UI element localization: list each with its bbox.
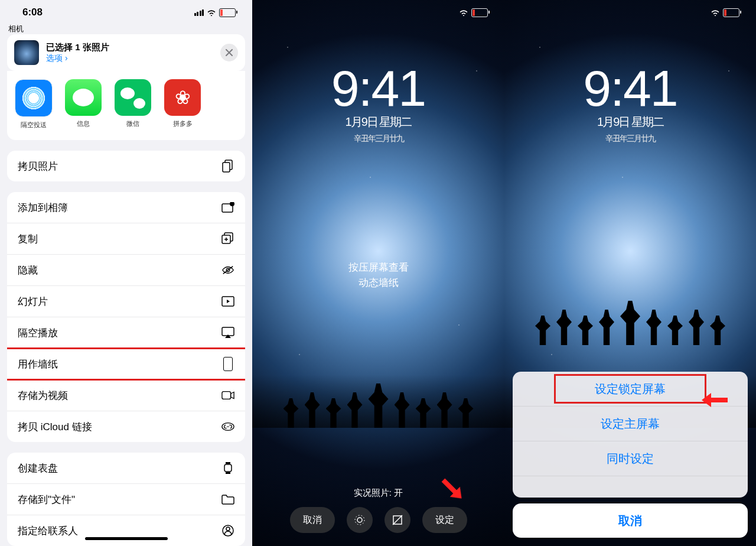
wechat-icon xyxy=(115,79,151,116)
app-wechat[interactable]: 微信 xyxy=(115,79,151,129)
battery-icon xyxy=(219,8,236,17)
action-airplay[interactable]: 隔空播放 xyxy=(7,317,245,349)
svg-rect-8 xyxy=(222,327,234,336)
action-slideshow[interactable]: 幻灯片 xyxy=(7,286,245,317)
hide-icon xyxy=(221,264,234,277)
battery-icon xyxy=(723,8,739,17)
options-link[interactable]: 选项 › xyxy=(46,53,109,64)
app-pdd[interactable]: 拼多多 xyxy=(164,79,201,129)
live-photo-label: 实况照片: 开 xyxy=(354,488,403,499)
actions-group-3: 创建表盘 存储到"文件" 指定给联系人 xyxy=(7,453,245,546)
header-title: 已选择 1 张照片 xyxy=(46,42,109,53)
phone-icon xyxy=(221,358,234,370)
lock-lunar: 辛丑年三月廿九 xyxy=(504,134,756,144)
app-messages[interactable]: 信息 xyxy=(65,79,102,129)
actions-group-2: 添加到相簿 复制 隐藏 幻灯片 隔空播放 用作墙纸 存储为视频 拷贝 iClou… xyxy=(7,192,245,442)
perspective-icon xyxy=(391,514,404,526)
action-save-video[interactable]: 存储为视频 xyxy=(7,380,245,411)
cancel-button[interactable]: 取消 xyxy=(290,507,335,533)
close-icon xyxy=(226,49,233,56)
share-sheet-panel: 6:08 相机 已选择 1 张照片 选项 › 隔空投送 xyxy=(0,0,252,546)
photo-thumbnail xyxy=(14,40,39,65)
svg-rect-9 xyxy=(222,392,231,399)
lock-time: 9:41 1月9日 星期二 辛丑年三月廿九 xyxy=(504,59,756,144)
sheet-partial-row xyxy=(513,476,748,498)
messages-icon xyxy=(65,79,102,116)
action-save-files[interactable]: 存储到"文件" xyxy=(7,484,245,515)
lock-date: 1月9日 星期二 xyxy=(504,114,756,130)
svg-point-16 xyxy=(357,518,362,522)
share-header: 已选择 1 张照片 选项 › xyxy=(7,34,245,71)
status-time: 6:08 xyxy=(22,6,43,18)
copies-icon xyxy=(221,160,234,173)
status-bar: 6:08 xyxy=(0,0,252,25)
action-hide[interactable]: 隐藏 xyxy=(7,255,245,286)
perspective-toggle[interactable] xyxy=(384,507,410,533)
battery-icon xyxy=(471,8,488,17)
action-add-album[interactable]: 添加到相簿 xyxy=(7,192,245,223)
set-button[interactable]: 设定 xyxy=(422,507,467,533)
live-photo-toggle[interactable] xyxy=(347,507,373,533)
video-icon xyxy=(221,389,234,402)
close-button[interactable] xyxy=(220,44,238,61)
status-bar xyxy=(252,0,504,25)
svg-point-3 xyxy=(230,202,234,206)
copy-plus-icon xyxy=(221,232,234,245)
annotation-arrow xyxy=(702,387,728,413)
link-icon xyxy=(221,420,234,433)
back-button[interactable]: 相机 xyxy=(8,24,24,34)
lock-time: 9:41 1月9日 星期二 辛丑年三月廿九 xyxy=(252,59,504,144)
contact-icon xyxy=(221,524,234,537)
action-assign-contact[interactable]: 指定给联系人 xyxy=(7,515,245,546)
sheet-set-both[interactable]: 同时设定 xyxy=(513,441,748,476)
lock-date: 1月9日 星期二 xyxy=(252,114,504,130)
wifi-icon xyxy=(459,9,468,16)
slideshow-icon xyxy=(221,295,234,308)
live-photo-icon xyxy=(353,514,366,526)
svg-rect-13 xyxy=(226,472,230,474)
lock-lunar: 辛丑年三月廿九 xyxy=(252,134,504,144)
wallpaper-bottom-bar: 实况照片: 开 取消 设定 xyxy=(252,488,504,533)
wallpaper-preview-panel: 9:41 1月9日 星期二 辛丑年三月廿九 按压屏幕查看 动态墙纸 实况照片: … xyxy=(252,0,504,546)
action-icloud-link[interactable]: 拷贝 iCloud 链接 xyxy=(7,411,245,442)
album-icon xyxy=(221,201,234,214)
folder-icon xyxy=(221,493,234,506)
home-indicator[interactable] xyxy=(85,537,168,540)
svg-rect-11 xyxy=(224,464,232,472)
action-duplicate[interactable]: 复制 xyxy=(7,223,245,255)
set-wallpaper-sheet-panel: 9:41 1月9日 星期二 辛丑年三月廿九 设定锁定屏幕 设定主屏幕 同时设定 … xyxy=(504,0,756,546)
svg-rect-12 xyxy=(226,462,230,464)
airplay-icon xyxy=(221,326,234,339)
press-hint: 按压屏幕查看 动态墙纸 xyxy=(252,260,504,290)
status-bar xyxy=(504,0,756,25)
airdrop-icon xyxy=(15,79,53,117)
app-airdrop[interactable]: 隔空投送 xyxy=(15,79,52,129)
action-copy-photo[interactable]: 拷贝照片 xyxy=(7,151,245,181)
share-apps-row: 隔空投送 信息 微信 拼多多 xyxy=(7,71,245,140)
action-create-watchface[interactable]: 创建表盘 xyxy=(7,453,245,484)
sheet-cancel[interactable]: 取消 xyxy=(513,503,748,538)
wifi-icon xyxy=(207,9,216,16)
watch-icon xyxy=(221,462,234,474)
actions-group-1: 拷贝照片 xyxy=(7,151,245,181)
svg-rect-1 xyxy=(223,162,230,172)
signal-icon xyxy=(194,9,204,16)
svg-point-17 xyxy=(355,515,364,525)
svg-point-15 xyxy=(226,527,230,531)
action-use-as-wallpaper[interactable]: 用作墙纸 xyxy=(7,349,245,380)
wifi-icon xyxy=(711,9,720,16)
pdd-icon xyxy=(164,79,201,116)
